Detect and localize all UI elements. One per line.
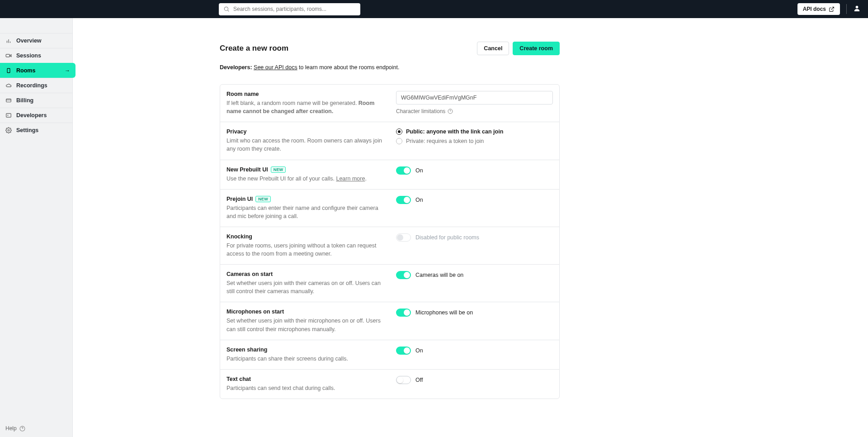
see-api-docs-link[interactable]: See our API docs [254,64,297,71]
privacy-private-radio[interactable]: Private: requires a token to join [396,138,553,144]
toggle-label: Disabled for public rooms [415,234,479,241]
microphones-toggle[interactable] [396,309,411,317]
sidebar-item-label: Developers [16,112,47,119]
row-title: Prejoin UI NEW [226,196,389,202]
help-link[interactable]: Help [0,420,72,437]
help-label: Help [5,425,17,432]
divider [846,4,847,14]
help-icon [19,426,25,432]
row-desc: For private rooms, users joining without… [226,242,389,258]
sidebar-item-label: Settings [16,127,38,133]
svg-point-0 [224,7,228,10]
row-desc: If left blank, a random room name will b… [226,99,389,115]
api-docs-button[interactable]: API docs [797,3,840,15]
bar-chart-icon [5,38,12,44]
radio-label: Private: requires a token to join [406,138,484,144]
row-knocking: Knocking For private rooms, users joinin… [220,227,559,265]
row-text-chat: Text chat Participants can send text cha… [220,370,559,399]
row-microphones: Microphones on start Set whether users j… [220,302,559,340]
gear-icon [5,127,12,133]
toggle-label: On [415,347,423,354]
svg-rect-12 [6,114,11,117]
device-icon [5,67,12,74]
row-desc: Participants can share their screens dur… [226,355,389,363]
settings-panel: Room name If left blank, a random room n… [220,84,560,399]
developers-note: Developers: See our API docs to learn mo… [220,64,560,71]
toggle-label: Off [415,377,423,383]
privacy-public-radio[interactable]: Public: anyone with the link can join [396,128,553,135]
svg-rect-10 [6,99,11,102]
api-docs-label: API docs [803,6,826,12]
svg-line-1 [228,10,229,12]
row-title: Privacy [226,128,389,135]
row-desc: Participants can send text chat during c… [226,384,389,392]
info-icon [448,109,453,114]
svg-rect-9 [7,68,10,72]
toggle-label: Microphones will be on [415,309,473,316]
terminal-icon [5,112,12,119]
topbar: API docs [0,0,868,18]
main: Create a new room Cancel Create room Dev… [73,18,868,437]
row-screen-sharing: Screen sharing Participants can share th… [220,340,559,370]
avatar-button[interactable] [853,5,861,14]
sidebar-item-developers[interactable]: Developers [0,108,72,123]
arrow-right-icon: → [65,67,70,74]
toggle-label: On [415,167,423,174]
sidebar-item-billing[interactable]: Billing [0,93,72,108]
svg-point-3 [856,6,859,9]
row-desc: Participants can enter their name and co… [226,204,389,220]
radio-label: Public: anyone with the link can join [406,128,503,135]
prebuilt-toggle[interactable] [396,166,411,175]
svg-point-13 [8,129,9,131]
row-desc: Set whether users join with their microp… [226,317,389,333]
external-link-icon [829,6,835,12]
search-box[interactable] [219,3,360,15]
create-room-button[interactable]: Create room [513,42,560,55]
cancel-button[interactable]: Cancel [477,42,509,55]
search-icon [223,6,230,12]
row-title: New Prebuilt UI NEW [226,166,389,173]
row-cameras: Cameras on start Set whether users join … [220,265,559,302]
sidebar-item-label: Rooms [16,67,35,74]
sidebar-item-label: Sessions [16,52,41,59]
sidebar-item-label: Overview [16,38,42,44]
sidebar-item-settings[interactable]: Settings [0,123,72,138]
text-chat-toggle[interactable] [396,376,411,384]
room-name-input[interactable] [396,91,553,104]
search-input[interactable] [233,6,356,12]
row-title: Knocking [226,233,389,240]
sidebar-item-label: Billing [16,97,33,104]
prejoin-toggle[interactable] [396,196,411,204]
sidebar-item-rooms[interactable]: Rooms → [0,63,75,78]
sidebar-item-sessions[interactable]: Sessions [0,48,72,63]
learn-more-link[interactable]: Learn more [336,176,365,182]
cameras-toggle[interactable] [396,271,411,279]
row-privacy: Privacy Limit who can access the room. R… [220,122,559,160]
sidebar-item-recordings[interactable]: Recordings [0,78,72,93]
video-icon [5,52,12,59]
row-title: Room name [226,91,389,97]
row-title: Text chat [226,376,389,382]
row-desc: Set whether users join with their camera… [226,279,389,295]
sidebar-item-label: Recordings [16,82,47,89]
svg-rect-7 [6,54,9,57]
toggle-label: Cameras will be on [415,272,463,278]
new-badge: NEW [255,196,271,202]
page-title: Create a new room [220,44,288,53]
row-title: Screen sharing [226,347,389,353]
svg-line-2 [831,7,834,10]
sidebar: Overview Sessions Rooms → Recordings Bil… [0,18,73,437]
sidebar-item-overview[interactable]: Overview [0,33,72,48]
card-icon [5,97,12,104]
screen-sharing-toggle[interactable] [396,347,411,355]
radio-icon [396,138,402,144]
row-prejoin-ui: Prejoin UI NEW Participants can enter th… [220,190,559,227]
cloud-icon [5,82,12,89]
row-prebuilt-ui: New Prebuilt UI NEW Use the new Prebuilt… [220,160,559,190]
character-limitations-hint[interactable]: Character limitations [396,108,553,114]
row-desc: Use the new Prebuilt UI for all of your … [226,175,389,183]
toggle-label: On [415,197,423,203]
new-badge: NEW [271,166,286,173]
row-room-name: Room name If left blank, a random room n… [220,85,559,122]
user-icon [853,5,861,12]
